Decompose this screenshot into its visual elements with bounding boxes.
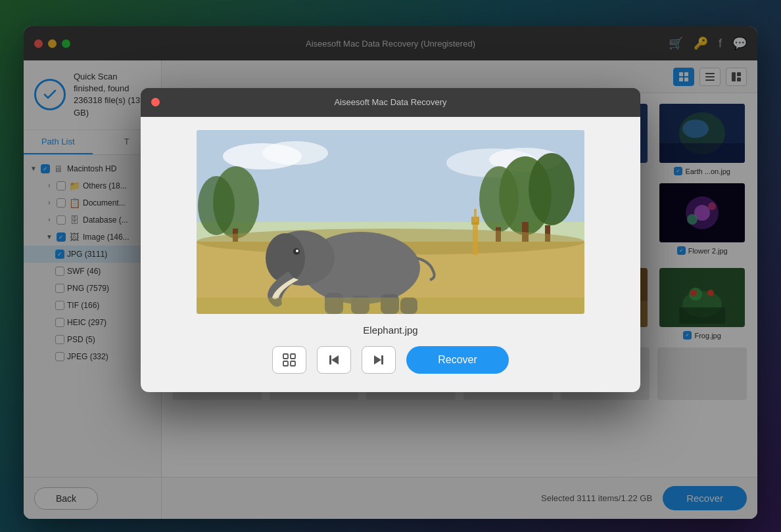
svg-marker-84 bbox=[331, 355, 339, 365]
svg-rect-68 bbox=[474, 209, 477, 222]
svg-marker-86 bbox=[374, 355, 381, 365]
recover-button-modal[interactable]: Recover bbox=[406, 346, 509, 374]
svg-point-56 bbox=[529, 153, 575, 225]
modal-title-bar: Aiseesoft Mac Data Recovery bbox=[141, 88, 640, 117]
fit-to-window-button[interactable] bbox=[272, 346, 306, 374]
svg-rect-85 bbox=[381, 355, 383, 365]
svg-rect-78 bbox=[197, 298, 584, 314]
svg-rect-66 bbox=[473, 222, 478, 255]
modal-overlay: Aiseesoft Mac Data Recovery bbox=[0, 0, 781, 532]
svg-rect-83 bbox=[329, 355, 331, 365]
svg-rect-81 bbox=[283, 361, 288, 366]
preview-modal: Aiseesoft Mac Data Recovery bbox=[141, 88, 640, 392]
svg-rect-82 bbox=[291, 361, 295, 366]
svg-point-62 bbox=[198, 176, 235, 235]
svg-point-57 bbox=[479, 166, 519, 232]
svg-rect-80 bbox=[291, 354, 295, 359]
preview-image bbox=[197, 130, 584, 314]
svg-rect-79 bbox=[283, 354, 288, 359]
modal-body: Elephant.jpg bbox=[141, 117, 640, 392]
modal-title: Aiseesoft Mac Data Recovery bbox=[334, 97, 446, 107]
modal-controls: Recover bbox=[272, 346, 509, 379]
svg-point-77 bbox=[296, 250, 298, 252]
svg-point-52 bbox=[262, 141, 328, 165]
next-button[interactable] bbox=[362, 346, 396, 374]
prev-button[interactable] bbox=[317, 346, 351, 374]
image-filename: Elephant.jpg bbox=[363, 324, 417, 336]
modal-close-button[interactable] bbox=[151, 98, 160, 106]
